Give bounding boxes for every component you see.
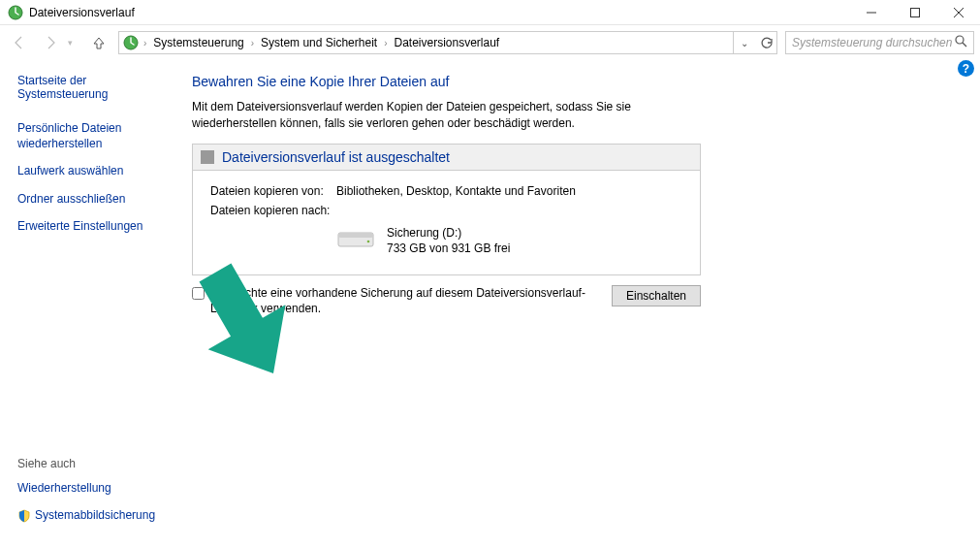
up-button[interactable] <box>87 31 111 54</box>
drive-info: Sicherung (D:) 733 GB von 931 GB frei <box>387 225 510 258</box>
breadcrumb-item[interactable]: Dateiversionsverlauf <box>390 32 503 53</box>
search-input[interactable] <box>792 36 955 49</box>
breadcrumb-separator-icon[interactable]: › <box>142 38 147 48</box>
svg-point-6 <box>956 36 964 44</box>
svg-rect-2 <box>910 8 919 16</box>
help-icon[interactable]: ? <box>958 60 974 77</box>
enable-button[interactable]: Einschalten <box>612 285 701 306</box>
status-box: Dateiversionsverlauf ist ausgeschaltet D… <box>192 144 701 276</box>
breadcrumb-separator-icon[interactable]: › <box>250 38 255 48</box>
see-also-header: Siehe auch <box>17 457 174 470</box>
page-description: Mit dem Dateiversionsverlauf werden Kopi… <box>192 99 696 132</box>
window-controls <box>849 0 980 25</box>
navbar: ▾ › Systemsteuerung › System und Sicherh… <box>0 25 980 60</box>
svg-rect-9 <box>338 233 373 238</box>
breadcrumb-item[interactable]: System und Sicherheit <box>257 32 381 53</box>
main-panel: ? Bewahren Sie eine Kopie Ihrer Dateien … <box>192 60 980 548</box>
breadcrumb-dropdown-button[interactable]: ⌄ <box>734 32 755 53</box>
below-status-row: Ich möchte eine vorhandene Sicherung auf… <box>192 285 701 316</box>
recent-locations-dropdown[interactable]: ▾ <box>68 38 83 48</box>
sidebar: Startseite der Systemsteuerung Persönlic… <box>0 60 192 548</box>
see-also-system-image[interactable]: Systemabbildsicherung <box>17 507 174 523</box>
sidebar-link-restore[interactable]: Persönliche Dateien wiederherstellen <box>17 120 174 151</box>
forward-button[interactable] <box>37 29 64 56</box>
status-body: Dateien kopieren von: Bibliotheken, Desk… <box>193 171 700 275</box>
breadcrumb-separator-icon[interactable]: › <box>383 38 388 48</box>
sidebar-link-advanced-settings[interactable]: Erweiterte Einstellungen <box>17 218 174 234</box>
close-button[interactable] <box>936 0 980 25</box>
control-panel-home-link[interactable]: Startseite der Systemsteuerung <box>17 74 174 101</box>
breadcrumb-tail: ⌄ <box>733 32 776 53</box>
page-heading: Bewahren Sie eine Kopie Ihrer Dateien au… <box>192 74 953 89</box>
breadcrumb-item[interactable]: Systemsteuerung <box>149 32 247 53</box>
breadcrumb[interactable]: › Systemsteuerung › System und Sicherhei… <box>118 31 777 54</box>
content: Startseite der Systemsteuerung Persönlic… <box>0 60 980 548</box>
svg-line-7 <box>963 43 966 47</box>
search-icon <box>955 35 967 50</box>
status-header: Dateiversionsverlauf ist ausgeschaltet <box>193 145 700 171</box>
use-existing-backup-option[interactable]: Ich möchte eine vorhandene Sicherung auf… <box>192 285 602 316</box>
maximize-button[interactable] <box>893 0 936 25</box>
shield-icon <box>17 509 31 523</box>
titlebar: Dateiversionsverlauf <box>0 0 980 25</box>
search-box[interactable] <box>785 31 974 54</box>
status-tile-icon <box>201 150 214 164</box>
status-title: Dateiversionsverlauf ist ausgeschaltet <box>222 149 450 165</box>
sidebar-link-select-drive[interactable]: Laufwerk auswählen <box>17 163 174 178</box>
copy-to-label: Dateien kopieren nach: <box>210 204 336 217</box>
drive-name: Sicherung (D:) <box>387 225 510 242</box>
svg-point-10 <box>367 240 370 242</box>
drive-space: 733 GB von 931 GB frei <box>387 241 510 257</box>
see-also-recovery[interactable]: Wiederherstellung <box>17 480 174 496</box>
copy-from-label: Dateien kopieren von: <box>210 184 336 198</box>
refresh-button[interactable] <box>755 32 776 53</box>
copy-from-value: Bibliotheken, Desktop, Kontakte und Favo… <box>336 184 576 198</box>
window-title: Dateiversionsverlauf <box>29 6 849 19</box>
sidebar-link-exclude-folders[interactable]: Ordner ausschließen <box>17 191 174 207</box>
copy-to-row: Dateien kopieren nach: <box>210 204 682 217</box>
drive-icon <box>336 225 375 253</box>
use-existing-backup-checkbox[interactable] <box>192 287 205 300</box>
copy-from-row: Dateien kopieren von: Bibliotheken, Desk… <box>210 184 682 198</box>
control-panel-icon <box>123 35 139 50</box>
minimize-button[interactable] <box>849 0 893 25</box>
use-existing-backup-label: Ich möchte eine vorhandene Sicherung auf… <box>210 285 602 316</box>
app-icon <box>8 5 23 20</box>
see-also-system-image-label: Systemabbildsicherung <box>35 508 155 522</box>
drive-row: Sicherung (D:) 733 GB von 931 GB frei <box>210 225 682 258</box>
back-button[interactable] <box>6 29 33 56</box>
